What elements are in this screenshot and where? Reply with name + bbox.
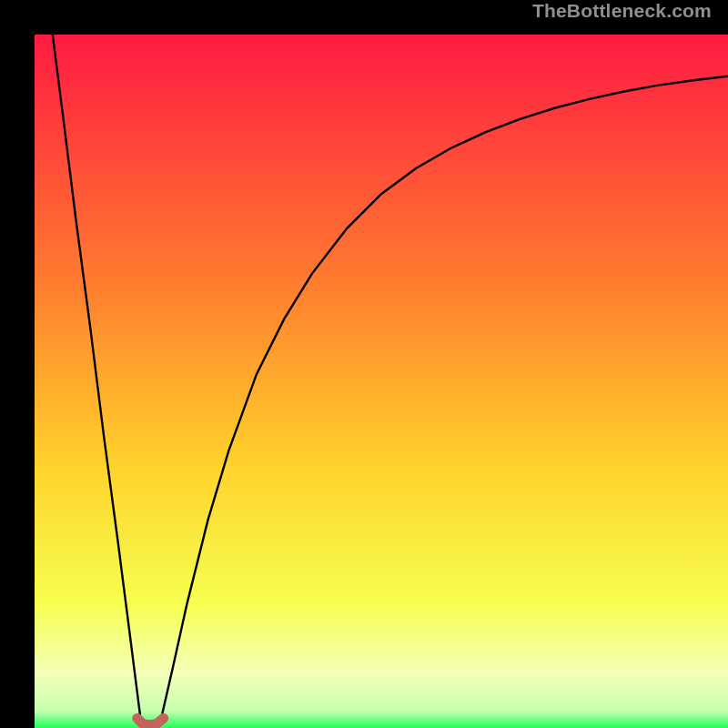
chart-frame (17, 17, 711, 711)
watermark-text: TheBottleneck.com (532, 0, 712, 22)
gradient-background (35, 35, 728, 728)
chart-svg (35, 35, 728, 728)
